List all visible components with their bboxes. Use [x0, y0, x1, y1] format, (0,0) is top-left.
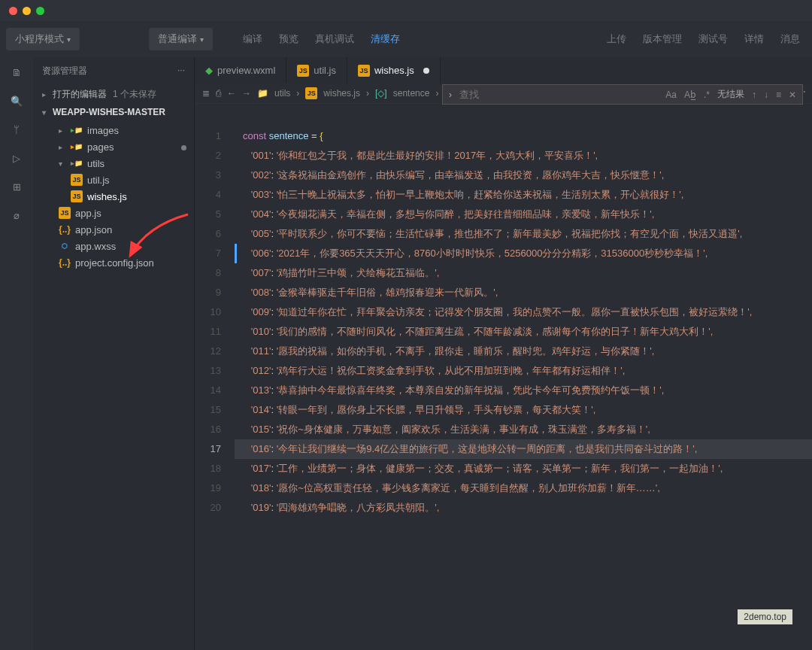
bookmark-icon[interactable]: ⎙ — [216, 88, 221, 99]
toolbar-version[interactable]: 版本管理 — [637, 32, 688, 46]
code-line[interactable]: '009': '知道过年你在忙，拜年聚会访亲友；记得发个朋友圈，我的点赞不一般。… — [235, 302, 812, 322]
open-editors-label: 打开的编辑器 — [53, 88, 107, 101]
window-titlebar — [0, 0, 812, 21]
code-line[interactable]: '016': '今年让我们继续一场9.4亿公里的旅行吧，这是地球公转一周的距离，… — [235, 439, 812, 459]
tree-item-wishes-js[interactable]: JSwishes.js — [33, 188, 194, 205]
find-close-icon[interactable]: ✕ — [789, 90, 796, 100]
bug-icon[interactable]: ⌀ — [8, 206, 26, 224]
activity-bar: 🗎 🔍 ᛘ ▷ ⊞ ⌀ — [0, 57, 33, 650]
tree-item-images[interactable]: ▸▸📁images — [33, 122, 194, 138]
explorer-title: 资源管理器 — [42, 65, 87, 77]
code-line[interactable]: '011': '愿我的祝福，如你的手机，不离手，跟你走，睡前乐，醒时兜。鸡年好运… — [235, 342, 812, 361]
code-line[interactable]: '013': '恭喜抽中今年最惊喜年终奖，本尊亲自发的新年祝福，凭此卡今年可免费… — [235, 381, 812, 400]
open-editors-section[interactable]: ▸ 打开的编辑器 1 个未保存 — [33, 85, 194, 104]
tree-item-app-json[interactable]: {..}app.json — [33, 221, 194, 238]
tree-item-utils[interactable]: ▾▸📁utils — [33, 155, 194, 172]
find-result: 无结果 — [717, 88, 744, 101]
code-line[interactable]: '003': '怕三十晚上祝福太多，怕初一早上鞭炮太响，赶紧给你送来祝福，生活别… — [235, 185, 812, 205]
compile-selector[interactable]: 普通编译 ▾ — [149, 28, 213, 50]
source-control-icon[interactable]: ᛘ — [8, 120, 26, 138]
explorer-more-icon[interactable]: ··· — [177, 65, 185, 77]
code-line[interactable]: '002': '这条祝福由金鸡创作，由快乐编写，由幸福发送，由我投资，愿你鸡年大… — [235, 166, 812, 185]
code-line[interactable]: '015': '祝你~身体健康，万事如意，阖家欢乐，生活美满，事业有成，珠玉满堂… — [235, 420, 812, 439]
toolbar-remote-debug[interactable]: 真机调试 — [309, 32, 360, 46]
whole-word-icon[interactable]: Ab̲ — [684, 90, 696, 100]
explorer-sidebar: 资源管理器 ··· ▸ 打开的编辑器 1 个未保存 ▾ WEAPP-WISHES… — [33, 57, 195, 650]
code-line[interactable]: '004': '今夜烟花满天，幸福在侧，多想与你同醉，把美好往昔细细品味，亲爱哒… — [235, 205, 812, 224]
back-icon[interactable]: ← — [227, 88, 236, 99]
file-tree: ▸▸📁images▸▸📁pages▾▸📁utilsJSutil.jsJSwish… — [33, 120, 194, 272]
tab-preview-wxml[interactable]: ◆preview.wxml — [195, 57, 286, 84]
crumb-folder[interactable]: utils — [274, 88, 290, 99]
toolbar-compile[interactable]: 编译 — [237, 32, 268, 46]
project-name: WEAPP-WISHES-MASTER — [53, 107, 165, 117]
code-line[interactable]: '010': '我们的感情，不随时间风化，不随距离生疏，不随年龄减淡，感谢每个有… — [235, 322, 812, 342]
project-section[interactable]: ▾ WEAPP-WISHES-MASTER — [33, 104, 194, 120]
code-editor[interactable]: 1234567891011121314151617181920 const se… — [195, 104, 812, 650]
zoom-traffic-light[interactable] — [36, 7, 44, 15]
minimize-traffic-light[interactable] — [23, 7, 31, 15]
list-icon[interactable]: ≣ — [202, 88, 210, 99]
toolbar-testid[interactable]: 测试号 — [692, 32, 734, 46]
regex-icon[interactable]: .* — [704, 90, 710, 100]
tree-item-app-wxss[interactable]: ⬡app.wxss — [33, 238, 194, 254]
code-line[interactable]: '008': '金猴举棒驱走千年旧俗，雄鸡报春迎来一代新风。', — [235, 283, 812, 302]
toolbar-preview[interactable]: 预览 — [273, 32, 304, 46]
code-line[interactable]: '007': '鸡描竹叶三中颂，犬绘梅花五福临。', — [235, 263, 812, 283]
code-line[interactable]: '005': '平时联系少，你可不要恼；生活忙碌事，推也推不了；新年最美妙，祝福… — [235, 224, 812, 244]
code-line[interactable]: '001': '你和红包之于我，都是此生最好的安排！2017年，大鸡大利，平安喜… — [235, 146, 812, 166]
editor-area: ◆preview.wxmlJSutil.jsJSwishes.js ⇄ ◫ ⋯ … — [195, 57, 812, 650]
toolbar-clear-cache[interactable]: 清缓存 — [365, 32, 406, 46]
extensions-icon[interactable]: ⊞ — [8, 178, 26, 196]
tree-item-project-config-json[interactable]: {..}project.config.json — [33, 254, 194, 271]
code-line[interactable]: '017': '工作，业绩第一；身体，健康第一；交友，真诚第一；请客，买单第一；… — [235, 459, 812, 478]
crumb-symbol[interactable]: sentence — [393, 88, 430, 99]
code-line[interactable]: '019': '四海雄鸡争唱晓，八方彩凤共朝阳。', — [235, 498, 812, 518]
toolbar-messages[interactable]: 消息 — [774, 32, 806, 46]
tree-item-pages[interactable]: ▸▸📁pages — [33, 138, 194, 155]
top-toolbar: 小程序模式 ▾ 普通编译 ▾ 编译 预览 真机调试 清缓存 上传 版本管理 测试… — [0, 21, 812, 57]
code-line[interactable]: '018': '愿你~位高权重责任轻，事少钱多离家近，每天睡到自然醒，别人加班你… — [235, 478, 812, 498]
dirty-indicator — [423, 68, 429, 74]
editor-tabs: ◆preview.wxmlJSutil.jsJSwishes.js — [195, 57, 812, 84]
find-prev-icon[interactable]: ↑ — [752, 90, 756, 100]
toolbar-details[interactable]: 详情 — [738, 32, 770, 46]
code-line[interactable]: '014': '转眼一年到，愿你身上不长膘，早日升领导，手头有钞票，每天都大笑！… — [235, 400, 812, 420]
unsaved-badge: 1 个未保存 — [113, 88, 156, 101]
find-selection-icon[interactable]: ≡ — [776, 90, 781, 100]
find-widget[interactable]: › Aa Ab̲ .* 无结果 ↑ ↓ ≡ ✕ — [442, 84, 803, 105]
mode-selector[interactable]: 小程序模式 ▾ — [6, 28, 80, 50]
watermark: 2demo.top — [738, 609, 792, 624]
match-case-icon[interactable]: Aa — [665, 90, 677, 100]
explorer-icon[interactable]: 🗎 — [8, 63, 26, 81]
find-input[interactable] — [459, 89, 658, 100]
search-icon[interactable]: 🔍 — [8, 92, 26, 110]
debug-icon[interactable]: ▷ — [8, 149, 26, 167]
forward-icon[interactable]: → — [242, 88, 251, 99]
code-line[interactable]: '012': '鸡年行大运！祝你工资奖金拿到手软，从此不用加班到晚，年年都有好运… — [235, 361, 812, 381]
toolbar-upload[interactable]: 上传 — [601, 32, 632, 46]
crumb-file[interactable]: wishes.js — [323, 88, 360, 99]
tab-util-js[interactable]: JSutil.js — [286, 57, 347, 84]
find-expand-icon[interactable]: › — [449, 90, 452, 100]
close-traffic-light[interactable] — [9, 7, 17, 15]
code-line[interactable]: '006': '2021年，你要365天天天开心，8760小时时时快乐，5256… — [235, 244, 812, 263]
tab-wishes-js[interactable]: JSwishes.js — [347, 57, 441, 84]
tree-item-app-js[interactable]: JSapp.js — [33, 205, 194, 221]
tree-item-util-js[interactable]: JSutil.js — [33, 172, 194, 188]
find-next-icon[interactable]: ↓ — [764, 90, 768, 100]
